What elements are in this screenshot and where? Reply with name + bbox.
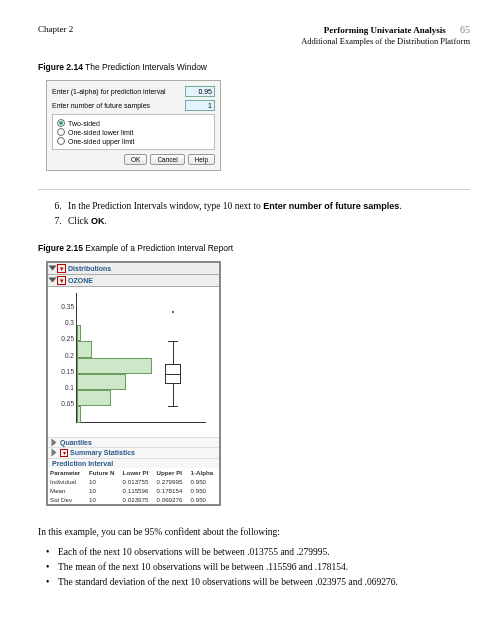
instruction-list: In the Prediction Intervals window, type… (46, 200, 470, 229)
divider (38, 189, 470, 190)
page-header: Chapter 2 Performing Univariate Analysis… (38, 24, 470, 46)
radio-two-sided[interactable] (57, 119, 65, 127)
y-tick-label: 0.15 (52, 368, 74, 375)
figure-2-14-caption: Figure 2.14 The Prediction Intervals Win… (38, 62, 470, 72)
y-tick-label: 0.1 (52, 384, 74, 391)
alpha-label: Enter (1-alpha) for prediction interval (52, 88, 166, 95)
figure-2-15-prefix: Figure 2.15 (38, 243, 83, 253)
disclosure-triangle-icon[interactable] (49, 278, 57, 283)
boxplot-median (165, 374, 181, 375)
y-tick-label: 0.3 (52, 319, 74, 326)
boxplot-cap (168, 406, 178, 407)
help-button[interactable]: Help (188, 154, 215, 165)
plot-area (76, 293, 206, 423)
table-header: Upper PI (155, 468, 189, 477)
summary-stats-header[interactable]: ▾ Summary Statistics (48, 447, 219, 458)
chapter-label: Chapter 2 (38, 24, 73, 46)
distributions-header[interactable]: ▾ Distributions (48, 263, 219, 275)
prediction-interval-title: Prediction Interval (52, 460, 113, 467)
instruction-step-7: Click OK. (64, 215, 470, 228)
interval-type-radio-group: Two-sided One-sided lower limit One-side… (52, 114, 215, 150)
ok-button[interactable]: OK (124, 154, 147, 165)
confidence-intro: In this example, you can be 95% confiden… (38, 526, 470, 539)
instruction-step-6: In the Prediction Intervals window, type… (64, 200, 470, 213)
disclosure-triangle-icon[interactable] (49, 266, 57, 271)
distribution-report: ▾ Distributions ▾ OZONE 0.050.10.150.20.… (46, 261, 221, 506)
histogram-bar (77, 358, 152, 374)
boxplot-whisker (173, 384, 174, 407)
bullet-stddev: The standard deviation of the next 10 ob… (46, 575, 470, 590)
ozone-title: OZONE (68, 277, 93, 284)
distribution-chart: 0.050.10.150.20.250.30.35 (48, 287, 219, 437)
histogram-bar (77, 406, 81, 422)
confidence-bullets: Each of the next 10 observations will be… (46, 545, 470, 591)
table-row: Std Dev100.0239750.0692760.950 (48, 495, 219, 504)
summary-stats-title: Summary Statistics (70, 449, 135, 456)
table-header: Lower PI (121, 468, 155, 477)
y-tick-label: 0.2 (52, 352, 74, 359)
radio-lower-label: One-sided lower limit (68, 129, 133, 136)
y-tick-label: 0.05 (52, 400, 74, 407)
boxplot-cap (168, 341, 178, 342)
alpha-input[interactable] (185, 86, 215, 97)
cancel-button[interactable]: Cancel (150, 154, 184, 165)
future-n-input[interactable] (185, 100, 215, 111)
prediction-interval-header[interactable]: Prediction Interval (48, 458, 219, 468)
header-right: Performing Univariate Analysis 65 Additi… (301, 24, 470, 46)
table-header: 1-Alpha (189, 468, 219, 477)
histogram-bar (77, 374, 126, 390)
disclosure-triangle-icon[interactable] (52, 438, 57, 446)
quantiles-header[interactable]: Quantiles (48, 437, 219, 447)
ozone-header[interactable]: ▾ OZONE (48, 275, 219, 287)
radio-lower[interactable] (57, 128, 65, 136)
y-axis: 0.050.10.150.20.250.30.35 (52, 291, 74, 417)
radio-upper-label: One-sided upper limit (68, 138, 135, 145)
bullet-individual: Each of the next 10 observations will be… (46, 545, 470, 560)
future-n-label: Enter number of future samples (52, 102, 150, 109)
figure-2-15-caption: Figure 2.15 Example of a Prediction Inte… (38, 243, 470, 253)
table-row: Mean100.1155960.1781540.950 (48, 486, 219, 495)
header-subtitle: Additional Examples of the Distribution … (301, 36, 470, 46)
histogram-bar (77, 325, 81, 341)
y-tick-label: 0.25 (52, 335, 74, 342)
radio-upper[interactable] (57, 137, 65, 145)
figure-2-15-text: Example of a Prediction Interval Report (85, 243, 233, 253)
menu-icon[interactable]: ▾ (60, 449, 68, 457)
menu-icon[interactable]: ▾ (57, 264, 66, 273)
histogram-bar (77, 390, 111, 406)
boxplot-outlier (172, 311, 174, 313)
chapter-title: Performing Univariate Analysis (324, 25, 446, 35)
table-header-row: ParameterFuture NLower PIUpper PI1-Alpha (48, 468, 219, 477)
bullet-mean: The mean of the next 10 observations wil… (46, 560, 470, 575)
table-header: Parameter (48, 468, 87, 477)
figure-2-14-text: The Prediction Intervals Window (85, 62, 207, 72)
prediction-interval-table: ParameterFuture NLower PIUpper PI1-Alpha… (48, 468, 219, 504)
disclosure-triangle-icon[interactable] (52, 449, 57, 457)
menu-icon[interactable]: ▾ (57, 276, 66, 285)
distributions-title: Distributions (68, 265, 111, 272)
radio-two-sided-label: Two-sided (68, 120, 100, 127)
quantiles-title: Quantiles (60, 439, 92, 446)
table-row: Individual100.0137550.2799950.950 (48, 477, 219, 486)
y-tick-label: 0.35 (52, 303, 74, 310)
prediction-intervals-dialog: Enter (1-alpha) for prediction interval … (46, 80, 221, 171)
histogram-bar (77, 341, 92, 357)
page-number: 65 (460, 24, 470, 35)
table-header: Future N (87, 468, 121, 477)
boxplot-whisker (173, 341, 174, 364)
figure-2-14-prefix: Figure 2.14 (38, 62, 83, 72)
